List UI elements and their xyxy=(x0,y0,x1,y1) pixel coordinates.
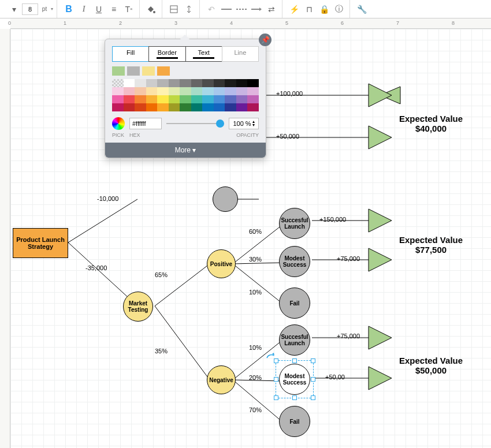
tab-border[interactable]: Border xyxy=(148,46,185,62)
swatch[interactable] xyxy=(157,66,170,76)
value-label: +50,00 xyxy=(325,374,345,380)
color-palette xyxy=(112,79,259,111)
underline-button[interactable]: U xyxy=(92,2,106,16)
pct-label: 65% xyxy=(155,271,168,278)
node-positive[interactable]: Positive xyxy=(207,249,236,278)
dropdown-icon[interactable]: ▾ xyxy=(7,2,21,16)
pct-label: 10% xyxy=(249,289,262,296)
dropdown-icon[interactable]: ▾ xyxy=(51,6,53,12)
node-fail-1[interactable]: Fail xyxy=(279,288,310,319)
value-label: +50,000 xyxy=(276,133,299,140)
svg-line-8 xyxy=(155,264,210,306)
opacity-input[interactable]: 100 %▴▾ xyxy=(229,118,259,129)
svg-line-11 xyxy=(233,263,282,264)
toolbar: ▾ pt ▾ B I U ≡ T× ↶ ⇄ ⚡ ⊓ 🔒 ⓘ 🔧 xyxy=(0,0,491,18)
swatch[interactable] xyxy=(127,66,140,76)
node-partial-top[interactable] xyxy=(213,186,238,212)
color-popup: 📌 Fill Border Text Line xyxy=(105,39,266,158)
pct-label: 10% xyxy=(249,344,262,351)
wrench-icon[interactable]: 🔧 xyxy=(355,2,369,16)
fill-icon[interactable] xyxy=(144,2,158,16)
value-label: +75,000 xyxy=(337,333,360,339)
value-label: +75,000 xyxy=(337,255,360,262)
swatch[interactable] xyxy=(112,66,125,76)
line-dash-icon[interactable] xyxy=(235,2,248,16)
svg-line-15 xyxy=(233,380,282,421)
svg-point-0 xyxy=(153,11,155,13)
svg-line-6 xyxy=(68,199,137,242)
layout-button[interactable] xyxy=(167,2,181,16)
expected-value-1: Expected Value$40,000 xyxy=(399,114,463,133)
align-button[interactable]: ≡ xyxy=(107,2,121,16)
tab-fill[interactable]: Fill xyxy=(112,46,149,62)
bold-button[interactable]: B xyxy=(62,2,76,16)
arrange-button[interactable] xyxy=(182,2,196,16)
pin-icon[interactable]: 📌 xyxy=(259,33,271,46)
node-success-2[interactable]: Succesful Launch xyxy=(279,324,310,356)
node-negative[interactable]: Negative xyxy=(207,365,236,394)
undo-icon[interactable]: ↶ xyxy=(204,2,218,16)
selection-box xyxy=(276,360,314,398)
expected-value-3: Expected Value$50,000 xyxy=(399,356,463,375)
pct-label: 60% xyxy=(249,228,262,235)
opacity-slider[interactable] xyxy=(166,120,224,128)
node-modest-1[interactable]: Modest Success xyxy=(279,246,310,277)
svg-line-9 xyxy=(155,306,210,380)
info-icon[interactable]: ⓘ xyxy=(332,2,346,16)
hex-input[interactable] xyxy=(129,118,162,129)
svg-line-12 xyxy=(233,264,282,303)
magnet-icon[interactable]: ⊓ xyxy=(302,2,316,16)
pct-label: 30% xyxy=(249,256,262,263)
bolt-icon[interactable]: ⚡ xyxy=(287,2,301,16)
edge-label: -35,000 xyxy=(85,264,107,271)
node-success-1[interactable]: Succesful Launch xyxy=(279,208,310,239)
lock-icon[interactable]: 🔒 xyxy=(317,2,331,16)
swap-icon[interactable]: ⇄ xyxy=(265,2,278,16)
more-button[interactable]: More ▾ xyxy=(105,143,266,158)
ruler-vertical xyxy=(0,29,10,448)
expected-value-2: Expected Value$77,500 xyxy=(399,235,463,255)
arrow-icon[interactable] xyxy=(250,2,263,16)
text-style-button[interactable]: T× xyxy=(122,2,136,16)
line-solid-icon[interactable] xyxy=(220,2,233,16)
value-label: +100,000 xyxy=(276,90,303,97)
node-fail-2[interactable]: Fail xyxy=(279,406,310,437)
font-unit-label: pt xyxy=(39,2,50,16)
italic-button[interactable]: I xyxy=(77,2,91,16)
pct-label: 70% xyxy=(249,406,262,413)
swatch-transparent[interactable] xyxy=(112,79,124,87)
value-label: +150,000 xyxy=(319,216,346,223)
edge-label: -10,000 xyxy=(97,195,118,202)
pct-label: 20% xyxy=(249,374,262,381)
node-market-testing[interactable]: Market Testing xyxy=(123,292,153,322)
font-size-input[interactable] xyxy=(22,3,38,15)
tab-line[interactable]: Line xyxy=(222,46,259,62)
root-node[interactable]: Product Launch Strategy xyxy=(13,228,68,258)
recent-swatches xyxy=(112,66,259,76)
color-wheel-icon[interactable] xyxy=(112,117,125,130)
tab-text[interactable]: Text xyxy=(185,46,222,62)
pct-label: 35% xyxy=(155,348,168,354)
canvas[interactable]: Product Launch Strategy Market Testing P… xyxy=(10,29,491,448)
ruler-horizontal: 0 1 2 3 4 5 6 7 8 xyxy=(10,18,491,29)
swatch[interactable] xyxy=(142,66,155,76)
